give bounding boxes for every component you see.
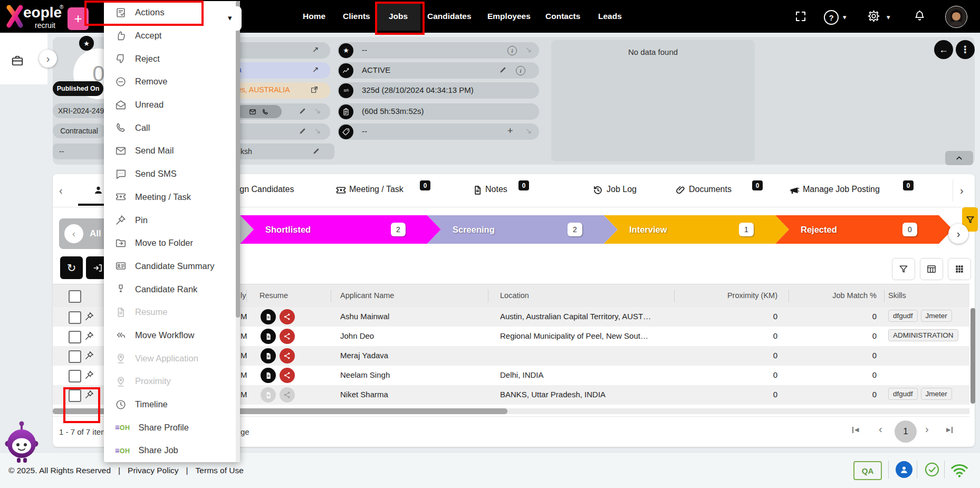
help-caret-icon[interactable]: ▾ xyxy=(843,13,847,21)
edit-pencil-icon[interactable] xyxy=(499,66,507,74)
applicant-name[interactable]: Niket Sharma xyxy=(340,390,388,399)
tab-documents[interactable]: Documents xyxy=(689,185,732,194)
applicant-name[interactable]: Meraj Yadava xyxy=(340,351,388,360)
back-arrow-button[interactable]: ← xyxy=(934,40,953,59)
column-header-job-match-%[interactable]: Job Match % xyxy=(765,291,877,300)
edit-pencil-icon[interactable] xyxy=(299,127,306,135)
wifi-status-icon[interactable] xyxy=(949,460,969,480)
footer-user-icon[interactable] xyxy=(896,461,912,478)
menu-item-move-workflow[interactable]: Move Workflow xyxy=(104,324,240,347)
applicant-name[interactable]: Neelam Singh xyxy=(340,370,390,379)
phone-icon[interactable] xyxy=(262,108,269,116)
assistant-mascot[interactable] xyxy=(4,420,39,464)
pager-page-button[interactable]: 1 xyxy=(895,420,917,443)
edit-pencil-icon[interactable] xyxy=(299,107,306,115)
more-options-button[interactable]: ⋮ xyxy=(956,40,975,59)
pipeline-back-chevron-icon[interactable]: ‹ xyxy=(64,224,83,243)
expand-arrow-icon[interactable]: ↘ xyxy=(525,45,532,54)
status-check-icon[interactable] xyxy=(923,461,941,479)
menu-item-remove[interactable]: Remove xyxy=(104,70,240,93)
grid-view-button[interactable] xyxy=(948,258,971,280)
info-icon[interactable]: i xyxy=(516,66,525,75)
menu-item-timeline[interactable]: Timeline xyxy=(104,393,240,416)
menu-item-move-to-folder[interactable]: Move to Folder xyxy=(104,232,240,255)
pager-next-icon[interactable]: › xyxy=(925,423,929,435)
menu-item-share-profile[interactable]: ≡OHShare Profile xyxy=(104,416,240,439)
expand-arrow-icon[interactable]: ↘ xyxy=(314,106,321,116)
menu-item-send-mail[interactable]: Send Mail xyxy=(104,139,240,162)
tab-job-log-icon[interactable] xyxy=(592,185,603,196)
briefcase-icon[interactable] xyxy=(11,54,24,68)
menu-item-candidate-rank[interactable]: Candidate Rank xyxy=(104,278,240,301)
nav-link-leads[interactable]: Leads xyxy=(598,0,622,33)
notifications-bell-icon[interactable] xyxy=(913,9,926,23)
pager-prev-icon[interactable]: ‹ xyxy=(879,423,882,435)
pin-icon[interactable] xyxy=(84,331,94,341)
privacy-policy-link[interactable]: Privacy Policy xyxy=(128,466,178,475)
pin-icon[interactable] xyxy=(84,350,94,360)
pager-last-icon[interactable]: ▶ xyxy=(946,426,953,433)
share-icon[interactable] xyxy=(280,348,295,363)
refresh-button[interactable]: ↻ xyxy=(60,256,83,279)
applicant-name[interactable]: Ashu Mainwal xyxy=(340,312,389,321)
sidebar-expand-chevron[interactable]: › xyxy=(39,50,57,68)
brand-logo[interactable] xyxy=(5,4,24,28)
share-icon[interactable] xyxy=(280,309,295,324)
menu-item-meeting-task[interactable]: Meeting / Task xyxy=(104,186,240,209)
tab-meeting-task-icon[interactable] xyxy=(335,185,347,196)
menu-item-candidate-summary[interactable]: Candidate Summary xyxy=(104,255,240,278)
tab-notes-icon[interactable] xyxy=(472,185,483,196)
pin-icon[interactable] xyxy=(84,370,94,380)
tabs-scroll-left-icon[interactable]: ‹ xyxy=(59,185,63,197)
column-header-proximity-km-[interactable]: Proximity (KM) xyxy=(659,291,777,300)
tab-meeting-task[interactable]: Meeting / Task xyxy=(349,185,403,194)
tab-notes[interactable]: Notes xyxy=(485,185,507,194)
pipeline-stage-interview[interactable]: Interview1 xyxy=(604,215,789,244)
menu-item-reject[interactable]: Reject xyxy=(104,47,240,70)
column-header-fragment[interactable]: ly xyxy=(241,291,246,300)
pager-first-icon[interactable]: ◀ xyxy=(852,426,859,433)
edit-pencil-icon[interactable] xyxy=(312,147,320,155)
column-header-resume[interactable]: Resume xyxy=(260,291,288,300)
nav-link-contacts[interactable]: Contacts xyxy=(545,0,580,33)
fullscreen-icon[interactable] xyxy=(794,10,807,23)
pipeline-next-chevron[interactable]: › xyxy=(948,224,968,244)
tab-manage-job-posting[interactable]: Manage Job Posting xyxy=(803,185,880,194)
share-icon[interactable] xyxy=(280,329,295,344)
row-checkbox[interactable] xyxy=(69,331,81,343)
column-header-skills[interactable]: Skills xyxy=(888,291,906,300)
tab-manage-job-posting-icon[interactable] xyxy=(789,185,800,196)
tab-documents-icon[interactable] xyxy=(675,185,686,196)
resume-icon[interactable] xyxy=(261,329,276,344)
pin-icon[interactable] xyxy=(84,311,94,321)
filter-button[interactable] xyxy=(892,258,915,280)
external-link-icon[interactable] xyxy=(310,85,319,94)
vertical-scrollbar[interactable] xyxy=(971,308,975,404)
row-checkbox[interactable] xyxy=(69,370,81,382)
menu-item-unread[interactable]: Unread xyxy=(104,93,240,117)
menu-item-pin[interactable]: Pin xyxy=(104,208,240,232)
row-checkbox[interactable] xyxy=(69,350,81,363)
pipeline-stage-rejected[interactable]: Rejected0 xyxy=(775,215,953,244)
menu-scrollbar-track[interactable] xyxy=(236,1,240,462)
tab-job-log[interactable]: Job Log xyxy=(607,185,637,194)
info-icon[interactable]: i xyxy=(507,46,517,55)
mail-icon[interactable] xyxy=(249,108,256,116)
tabs-scroll-right-icon[interactable]: › xyxy=(960,185,964,197)
terms-of-use-link[interactable]: Terms of Use xyxy=(196,466,244,475)
menu-item-send-sms[interactable]: Send SMS xyxy=(104,162,240,186)
nav-link-home[interactable]: Home xyxy=(303,0,325,33)
column-header-applicant-name[interactable]: Applicant Name xyxy=(340,291,394,300)
help-icon[interactable]: ? xyxy=(824,10,839,25)
resume-icon[interactable] xyxy=(261,348,276,363)
resume-icon[interactable] xyxy=(261,309,276,324)
column-view-button[interactable] xyxy=(920,258,943,280)
resume-icon[interactable] xyxy=(261,368,276,383)
menu-item-share-job[interactable]: ≡OHShare Job xyxy=(104,439,240,462)
select-all-checkbox[interactable] xyxy=(69,290,81,303)
open-link-icon[interactable]: ↗ xyxy=(312,45,319,54)
collapse-panel-button[interactable] xyxy=(945,151,973,165)
user-avatar[interactable] xyxy=(945,6,967,28)
menu-scrollbar-thumb[interactable] xyxy=(236,1,240,318)
settings-caret-icon[interactable]: ▾ xyxy=(887,13,890,21)
